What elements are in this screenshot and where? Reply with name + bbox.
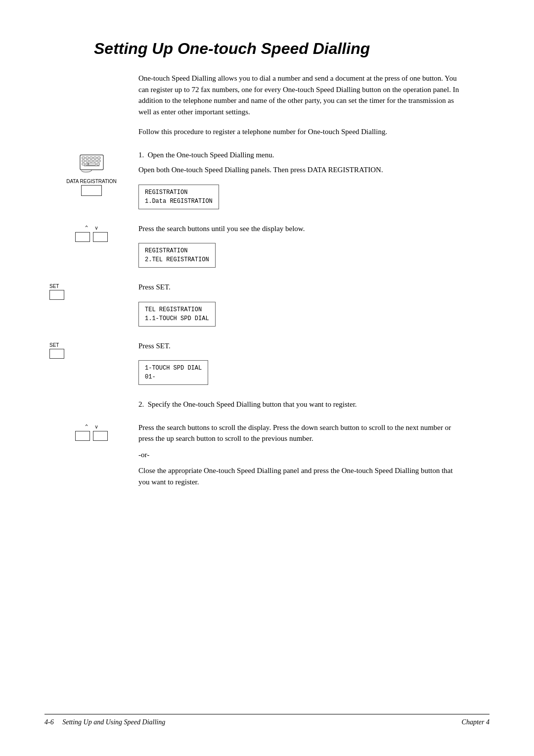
step1-left-col: DATA REGISTRATION xyxy=(44,149,138,196)
step1-right-col: 1. Open the One-touch Speed Dialling men… xyxy=(138,149,490,215)
data-registration-label: DATA REGISTRATION xyxy=(66,179,117,184)
step2-para1: Press the search buttons to scroll the d… xyxy=(138,422,460,444)
step2-search-down-button[interactable] xyxy=(93,431,108,441)
step2-right-col: 2. Specify the One-touch Speed Dialling … xyxy=(138,399,490,414)
intro-paragraph-1: One-touch Speed Dialling allows you to d… xyxy=(138,73,460,117)
set2-section: SET Press SET. 1-TOUCH SPD DIAL 01- xyxy=(44,340,490,391)
step1-sub3a: Press SET. xyxy=(138,282,460,293)
set2-label: SET xyxy=(49,342,59,348)
svg-rect-1 xyxy=(82,157,85,159)
footer-right-text: Chapter 4 xyxy=(462,718,490,726)
step2-search-buttons xyxy=(75,431,108,441)
step2-header: 2. Specify the One-touch Speed Dialling … xyxy=(138,399,460,410)
lcd-display-3: TEL REGISTRATION 1.1-TOUCH SPD DIAL xyxy=(138,302,216,327)
lcd2-line1: REGISTRATION xyxy=(145,246,209,255)
lcd-display-1: REGISTRATION 1.Data REGISTRATION xyxy=(138,185,219,209)
lcd3-line2: 1.1-TOUCH SPD DIAL xyxy=(145,314,209,323)
svg-rect-14 xyxy=(96,163,99,165)
step1-sub3b: Press SET. xyxy=(138,340,460,352)
lcd2-line2: 2.TEL REGISTRATION xyxy=(145,255,209,264)
search-down-button[interactable] xyxy=(93,232,108,242)
page: Setting Up One-touch Speed Dialling One-… xyxy=(0,0,534,756)
set-button-2[interactable] xyxy=(49,349,64,359)
step2-section: 2. Specify the One-touch Speed Dialling … xyxy=(44,399,490,414)
step2-search-up-button[interactable] xyxy=(75,431,90,441)
data-registration-button[interactable] xyxy=(81,185,102,196)
svg-rect-10 xyxy=(97,160,100,162)
search-buttons-section: ^ v Press the search buttons until you s… xyxy=(44,223,490,274)
footer-left: 4-6 Setting Up and Using Speed Dialling xyxy=(44,718,165,726)
set-button-1[interactable] xyxy=(49,290,64,300)
lcd1-line2: 1.Data REGISTRATION xyxy=(145,197,213,206)
footer-right: Chapter 4 xyxy=(462,718,490,726)
step2-left-col xyxy=(44,399,138,414)
step2-search-right: Press the search buttons to scroll the d… xyxy=(138,422,490,493)
lcd-display-2: REGISTRATION 2.TEL REGISTRATION xyxy=(138,243,216,268)
step1-sub1: Open both One-touch Speed Dialling panel… xyxy=(138,164,460,176)
search-up-button[interactable] xyxy=(75,232,90,242)
step2-para2: Close the appropriate One-touch Speed Di… xyxy=(138,465,460,487)
step1-sub2: Press the search buttons until you see t… xyxy=(138,223,460,235)
svg-rect-9 xyxy=(93,160,96,162)
step2-arrow-labels: ^ v xyxy=(85,424,98,429)
lcd-display-4: 1-TOUCH SPD DIAL 01- xyxy=(138,360,208,385)
keyboard-icon xyxy=(78,151,105,174)
set1-btn-wrap: SET xyxy=(44,284,138,300)
lcd4-line1: 1-TOUCH SPD DIAL xyxy=(145,364,202,373)
lcd1-line1: REGISTRATION xyxy=(145,188,213,197)
intro-paragraph-2: Follow this procedure to register a tele… xyxy=(138,126,460,138)
set2-right-col: Press SET. 1-TOUCH SPD DIAL 01- xyxy=(138,340,490,391)
svg-rect-4 xyxy=(93,157,96,159)
set1-left-col: SET xyxy=(44,282,138,300)
svg-rect-2 xyxy=(86,157,89,159)
footer: 4-6 Setting Up and Using Speed Dialling … xyxy=(44,714,490,726)
lcd3-line1: TEL REGISTRATION xyxy=(145,305,209,314)
page-title: Setting Up One-touch Speed Dialling xyxy=(94,40,490,58)
set2-left-col: SET xyxy=(44,340,138,359)
svg-rect-8 xyxy=(89,160,92,162)
step2-or-text: -or- xyxy=(138,449,460,461)
arrow-labels: ^ v xyxy=(85,225,98,231)
step2-search-left: ^ v xyxy=(44,422,138,441)
svg-rect-6 xyxy=(82,160,85,162)
footer-left-text: Setting Up and Using Speed Dialling xyxy=(62,718,165,726)
svg-rect-12 xyxy=(86,163,89,165)
set1-section: SET Press SET. TEL REGISTRATION 1.1-TOUC… xyxy=(44,282,490,332)
svg-rect-7 xyxy=(86,160,89,162)
step2-search-section: ^ v Press the search buttons to scroll t… xyxy=(44,422,490,493)
svg-rect-3 xyxy=(89,157,92,159)
svg-rect-5 xyxy=(97,157,100,159)
step1-number: 1. Open the One-touch Speed Dialling men… xyxy=(138,149,460,161)
set1-label: SET xyxy=(49,284,59,289)
set1-right-col: Press SET. TEL REGISTRATION 1.1-TOUCH SP… xyxy=(138,282,490,332)
svg-rect-13 xyxy=(88,163,95,165)
search-buttons xyxy=(75,232,108,242)
search-right-col: Press the search buttons until you see t… xyxy=(138,223,490,274)
step1-section: DATA REGISTRATION 1. Open the One-touch … xyxy=(44,149,490,215)
lcd4-line2: 01- xyxy=(145,373,202,381)
set2-btn-wrap: SET xyxy=(44,342,138,359)
svg-rect-0 xyxy=(80,155,103,170)
search-left-col: ^ v xyxy=(44,223,138,242)
svg-rect-11 xyxy=(82,163,85,165)
footer-page-number: 4-6 xyxy=(44,718,54,726)
